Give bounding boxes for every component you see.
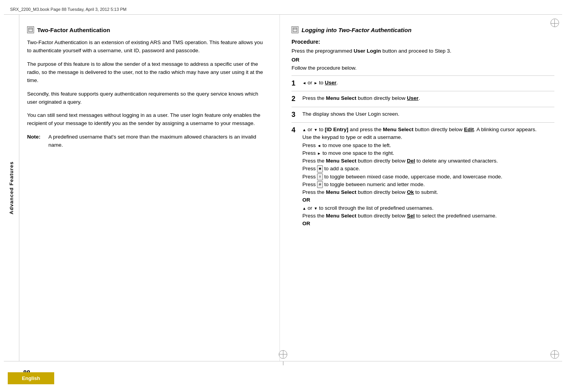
step-2-content: Press the Menu Select button directly be… — [302, 94, 554, 102]
step-4-number: 4 — [292, 126, 302, 135]
left-para-2: The purpose of this feature is to allow … — [27, 60, 268, 85]
procedure-heading: Procedure: — [292, 39, 554, 45]
steps-list: 1 ◄ or ► to User. 2 Press the Menu Selec… — [292, 75, 554, 231]
step-1-number: 1 — [292, 79, 302, 88]
note-content: A predefined username that's set more th… — [48, 133, 268, 149]
step-1-content: ◄ or ► to User. — [302, 79, 554, 87]
follow-text: Follow the procedure below. — [292, 64, 554, 72]
or-text-1: OR — [292, 57, 554, 63]
step-1: 1 ◄ or ► to User. — [292, 75, 554, 91]
step-4: 4 ▲ or ▼ to [ID Entry] and press the Men… — [292, 122, 554, 231]
main-content: Two-Factor Authentication Two-Factor Aut… — [19, 15, 562, 361]
top-bar: SRX_2200_M3.book Page 88 Tuesday, April … — [4, 4, 562, 15]
arrow-left-1: ◄ — [302, 81, 306, 85]
step-3-number: 3 — [292, 110, 302, 119]
caps-key: ⇑ — [317, 173, 323, 181]
right-section-title: Logging into Two-Factor Authentication — [302, 27, 412, 33]
right-column: Logging into Two-Factor Authentication P… — [280, 15, 562, 361]
left-para-4: You can still send text messages without… — [27, 111, 268, 128]
step-2-number: 2 — [292, 94, 302, 103]
note-label: Note: — [27, 133, 48, 149]
arrow-right-1: ► — [314, 81, 317, 85]
filename-text: SRX_2200_M3.book Page 88 Tuesday, April … — [10, 7, 127, 12]
left-para-1: Two-Factor Authentication is an extensio… — [27, 39, 268, 55]
svg-rect-0 — [29, 28, 33, 32]
arrow-up-4: ▲ — [302, 128, 306, 132]
sidebar: Advanced Features — [4, 15, 19, 361]
sidebar-label: Advanced Features — [9, 161, 14, 214]
left-para-3: Secondly, this feature supports query au… — [27, 90, 268, 106]
star-key: ✱ — [317, 165, 323, 173]
arrow-down-4: ▼ — [314, 128, 317, 132]
left-section-title: Two-Factor Authentication — [37, 27, 110, 33]
step-3-content: The display shows the User Login screen. — [302, 110, 554, 118]
left-column: Two-Factor Authentication Two-Factor Aut… — [19, 15, 280, 361]
procedure-text: Press the preprogrammed User Login butto… — [292, 47, 554, 55]
english-tab: English — [8, 372, 54, 384]
step-3: 3 The display shows the User Login scree… — [292, 107, 554, 122]
note-block: Note: A predefined username that's set m… — [27, 133, 268, 149]
step-2: 2 Press the Menu Select button directly … — [292, 91, 554, 106]
left-section-icon — [27, 26, 34, 33]
hash-key: # — [317, 181, 323, 188]
step-4-content: ▲ or ▼ to [ID Entry] and press the Menu … — [302, 126, 554, 228]
left-section-heading: Two-Factor Authentication — [27, 26, 268, 33]
right-section-icon — [292, 26, 298, 33]
svg-rect-2 — [293, 28, 297, 32]
right-section-heading: Logging into Two-Factor Authentication — [292, 26, 554, 33]
bottom-bar: 88 English — [4, 361, 562, 388]
